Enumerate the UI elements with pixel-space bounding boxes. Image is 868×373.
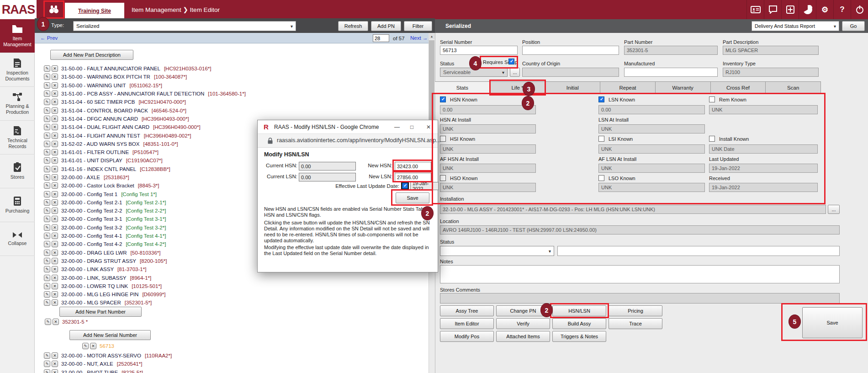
edit-icon[interactable]: ✎ xyxy=(44,258,50,264)
installation-dots-button[interactable]: ... xyxy=(828,205,840,214)
edit-icon[interactable]: ✎ xyxy=(44,157,50,164)
action-button[interactable]: Trace xyxy=(609,318,662,329)
edit-icon[interactable]: ✎ xyxy=(44,82,50,89)
part-description-link[interactable]: 32-00-00 - AXLE xyxy=(61,175,100,180)
hsn-known-checkbox[interactable] xyxy=(440,96,446,102)
part-description-link[interactable]: 32-00-00 - MLG LEG HINGE PIN xyxy=(61,292,138,297)
delete-icon[interactable]: ✕ xyxy=(52,283,58,289)
part-description-link[interactable]: 31-61-01 - UNIT DISPLAY xyxy=(61,158,122,163)
detail-tab[interactable]: Warranty xyxy=(656,81,711,94)
edit-icon[interactable]: ✎ xyxy=(44,299,50,306)
sidebar-item-collapse[interactable]: Collapse xyxy=(0,222,35,256)
part-description-link[interactable]: 31-51-04 - DFGC ANNUN CARD xyxy=(61,116,138,122)
sidebar-item-planning-production[interactable]: Planning & Production xyxy=(0,87,35,121)
part-description-link[interactable]: 32-00-00 - NUT, AXLE xyxy=(61,361,113,367)
edit-icon[interactable]: ✎ xyxy=(44,224,50,231)
detail-tab[interactable]: Stats xyxy=(435,81,490,94)
delete-icon[interactable]: ✕ xyxy=(53,319,59,325)
part-description-link[interactable]: 32-00-00 - Config Test 4-2 xyxy=(61,241,122,247)
action-button[interactable]: Attached Items xyxy=(496,331,550,342)
manufactured-field[interactable] xyxy=(624,68,718,77)
delete-icon[interactable]: ✕ xyxy=(52,166,58,172)
edit-icon[interactable]: ✎ xyxy=(44,182,50,189)
edit-icon[interactable]: ✎ xyxy=(44,99,50,105)
delete-icon[interactable]: ✕ xyxy=(52,250,58,256)
delete-icon[interactable]: ✕ xyxy=(52,233,58,239)
report-select[interactable]: Delivery And Status Report▾ xyxy=(752,21,839,31)
delete-icon[interactable]: ✕ xyxy=(52,174,58,181)
sidebar-item-stores[interactable]: Stores xyxy=(0,155,35,188)
edit-icon[interactable]: ✎ xyxy=(44,191,50,197)
rem-known-checkbox[interactable] xyxy=(709,96,715,102)
delete-icon[interactable]: ✕ xyxy=(52,224,58,231)
delete-icon[interactable]: ✕ xyxy=(52,91,58,97)
part-description-link[interactable]: 32-00-00 - Config Test 1 xyxy=(61,192,117,197)
lsi-known-checkbox[interactable] xyxy=(598,136,604,142)
part-description-link[interactable]: 32-00-00 - MLG SPACER xyxy=(61,300,121,305)
edit-icon[interactable]: ✎ xyxy=(82,343,89,349)
action-button[interactable]: Item Editor xyxy=(440,318,494,329)
part-description-link[interactable]: 32-00-00 - PIVOT TUBE xyxy=(61,370,118,373)
go-button[interactable]: Go xyxy=(842,21,865,31)
part-description-link[interactable]: 31-50-00 - FAULT ANNUNCIATOR PANEL xyxy=(61,66,160,71)
notes-textarea[interactable] xyxy=(440,265,840,283)
delete-icon[interactable]: ✕ xyxy=(52,299,58,306)
part-description-link[interactable]: 32-00-00 - LOWER TQ LINK xyxy=(61,283,128,289)
add-pn-button[interactable]: Add PN xyxy=(371,21,401,31)
edit-icon[interactable]: ✎ xyxy=(44,141,50,147)
delete-icon[interactable]: ✕ xyxy=(52,124,58,130)
refresh-button[interactable]: Refresh xyxy=(338,21,368,31)
delete-icon[interactable]: ✕ xyxy=(52,82,58,89)
pie-chart-icon[interactable] xyxy=(799,0,816,19)
part-description-link[interactable]: 32-00-00 - Config Test 4-1 xyxy=(61,233,122,239)
effective-date-field[interactable]: 19-Jan-2022 xyxy=(410,182,439,190)
effective-date-checkbox[interactable] xyxy=(402,183,408,189)
delete-icon[interactable]: ✕ xyxy=(52,133,58,139)
edit-icon[interactable]: ✎ xyxy=(44,291,50,298)
edit-icon[interactable]: ✎ xyxy=(44,233,50,239)
status-dots-button[interactable]: ... xyxy=(510,68,520,77)
lso-known-checkbox[interactable] xyxy=(598,175,604,181)
action-button[interactable]: Pricing xyxy=(609,305,662,316)
edit-icon[interactable]: ✎ xyxy=(44,166,50,172)
page-number-input[interactable]: 28 xyxy=(373,34,389,42)
delete-icon[interactable]: ✕ xyxy=(52,258,58,264)
add-serial-number-button[interactable]: Add New Serial Number xyxy=(69,330,151,340)
part-description-link[interactable]: 31-51-04 - 60 SEC TIMER PCB xyxy=(61,99,135,105)
chat-icon[interactable] xyxy=(764,0,781,19)
edit-icon[interactable]: ✎ xyxy=(44,74,50,80)
edit-icon[interactable]: ✎ xyxy=(44,275,50,281)
edit-icon[interactable]: ✎ xyxy=(44,241,50,247)
delete-icon[interactable]: ✕ xyxy=(52,116,58,122)
part-description-link[interactable]: 32-00-00 - Config Test 2-2 xyxy=(61,208,122,213)
new-hsn-input[interactable]: 32423.00 xyxy=(395,162,431,171)
next-link[interactable]: Next → xyxy=(410,35,428,41)
sidebar-item-technical-records[interactable]: Technical Records xyxy=(0,121,35,155)
id-card-icon[interactable] xyxy=(746,0,764,19)
delete-icon[interactable]: ✕ xyxy=(52,182,58,189)
save-button[interactable]: Save xyxy=(802,307,863,338)
part-description-link[interactable]: 32-00-00 - LINK, SUBASSY xyxy=(61,275,127,281)
part-description-link[interactable]: 31-51-00 - PCB ASSY - ANNUNCIATOR FAULT … xyxy=(61,91,204,96)
action-button[interactable]: Modify Pos xyxy=(440,331,494,342)
delete-icon[interactable]: ✕ xyxy=(52,291,58,298)
add-part-description-button[interactable]: Add New Part Description xyxy=(50,50,133,60)
delete-icon[interactable]: ✕ xyxy=(52,208,58,214)
part-description-link[interactable]: 31-51-04 - FLIGHT ANNUN TEST xyxy=(61,133,140,139)
delete-icon[interactable]: ✕ xyxy=(52,157,58,164)
part-description-link[interactable]: 31-50-00 - WARNING BOX PITCH TR xyxy=(61,74,150,80)
delete-icon[interactable]: ✕ xyxy=(52,141,58,147)
hso-known-checkbox[interactable] xyxy=(440,175,446,181)
minimize-icon[interactable]: — xyxy=(394,124,400,130)
part-description-link[interactable]: 31-51-04 - DUAL FLIGHT ANN CARD xyxy=(61,124,149,130)
part-description-link[interactable]: 31-50-00 - WARNING UNIT xyxy=(61,83,126,88)
edit-icon[interactable]: ✎ xyxy=(44,107,50,114)
part-description-link[interactable]: 32-00-00 - MOTOR ASSY-SERVO xyxy=(61,353,141,358)
delete-icon[interactable]: ✕ xyxy=(52,65,58,72)
action-button[interactable]: HSN/LSN xyxy=(552,305,606,316)
part-description-link[interactable]: 32-00-00 - DRAG LEG LWR xyxy=(61,250,127,256)
selected-part-number[interactable]: 352301-5 * xyxy=(62,319,88,325)
selected-serial-number[interactable]: 56713 xyxy=(100,343,114,349)
edit-icon[interactable]: ✎ xyxy=(44,174,50,181)
detail-tab[interactable]: Life * xyxy=(490,81,545,94)
